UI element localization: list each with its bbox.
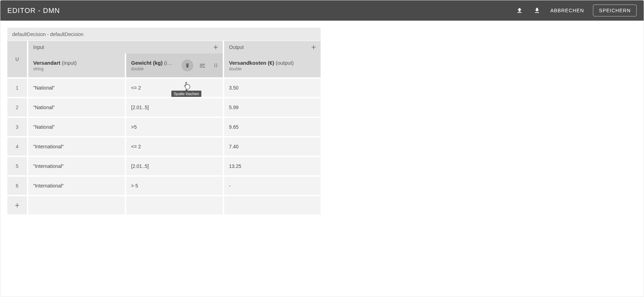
- svg-point-3: [216, 65, 217, 66]
- cell-gewicht[interactable]: [2.01..5]: [126, 157, 223, 175]
- download-icon[interactable]: [533, 6, 541, 15]
- table-row: 4"International"<= 27.40: [7, 137, 321, 156]
- column-header-versandkosten[interactable]: Versandkosten (€) (output) double: [224, 54, 321, 77]
- column-header-versandart[interactable]: Versandart (input) string: [28, 54, 125, 77]
- decision-table: Input Output U Versand: [7, 41, 321, 214]
- editor-title: EDITOR - DMN: [7, 7, 60, 15]
- cell-versandkosten[interactable]: 3.50: [224, 79, 321, 97]
- column-suffix: (input): [60, 60, 77, 66]
- edit-column-icon[interactable]: [198, 61, 207, 70]
- cell-gewicht[interactable]: [2.01..5]: [126, 98, 223, 116]
- column-actions: [181, 59, 220, 71]
- add-row: [7, 196, 321, 214]
- section-input-label: Input: [33, 44, 44, 50]
- column-name: Versandkosten (€): [229, 60, 274, 66]
- row-number[interactable]: 1: [7, 79, 27, 97]
- table-row: 3"National">59.65: [7, 118, 321, 136]
- delete-column-icon[interactable]: [181, 59, 193, 71]
- cell-gewicht[interactable]: <= 2: [126, 79, 223, 97]
- row-number[interactable]: 2: [7, 98, 27, 116]
- cell-versandart[interactable]: "National": [28, 98, 125, 116]
- row-number[interactable]: 6: [7, 177, 27, 195]
- cell-versandkosten[interactable]: 5.99: [224, 98, 321, 116]
- empty-cell: [126, 196, 223, 214]
- column-suffix: (i…: [163, 60, 172, 66]
- cell-versandkosten[interactable]: 13.25: [224, 157, 321, 175]
- section-headers-row: Input Output: [7, 41, 321, 54]
- upload-icon[interactable]: [515, 6, 524, 15]
- cell-versandart[interactable]: "National": [28, 79, 125, 97]
- add-output-column-icon[interactable]: [310, 44, 317, 51]
- cancel-button[interactable]: ABBRECHEN: [550, 8, 584, 13]
- svg-point-5: [216, 66, 217, 68]
- row-number[interactable]: 5: [7, 157, 27, 175]
- table-row: 1"National"<= 23.50: [7, 79, 321, 97]
- empty-cell: [224, 196, 321, 214]
- hit-policy-cell[interactable]: U: [7, 41, 27, 77]
- empty-cell: [28, 196, 125, 214]
- column-headers-row: U Versandart (input) string Gewicht (kg)…: [7, 54, 321, 77]
- svg-point-4: [214, 66, 215, 68]
- cell-versandart[interactable]: "National": [28, 118, 125, 136]
- cell-versandart[interactable]: "International": [28, 137, 125, 156]
- cell-gewicht[interactable]: <= 2: [126, 137, 223, 156]
- cell-versandkosten[interactable]: 7.40: [224, 137, 321, 156]
- column-type: double: [229, 66, 294, 71]
- column-type: double: [131, 66, 172, 71]
- cell-gewicht[interactable]: >5: [126, 118, 223, 136]
- cell-versandkosten[interactable]: 9.65: [224, 118, 321, 136]
- cell-versandart[interactable]: "International": [28, 177, 125, 195]
- add-input-column-icon[interactable]: [212, 44, 219, 51]
- cell-versandart[interactable]: "International": [28, 157, 125, 175]
- table-row: 2"National"[2.01..5]5.99: [7, 98, 321, 116]
- row-number[interactable]: 3: [7, 118, 27, 136]
- svg-point-1: [216, 64, 217, 65]
- section-output: Output: [224, 41, 321, 54]
- row-number[interactable]: 4: [7, 137, 27, 156]
- table-row: 6"International"> 5-: [7, 177, 321, 195]
- decision-breadcrumb[interactable]: defaultDecision - defaultDecision: [7, 28, 321, 41]
- top-bar-actions: ABBRECHEN SPEICHERN: [515, 5, 637, 16]
- section-input: Input: [28, 41, 223, 54]
- save-button[interactable]: SPEICHERN: [593, 5, 637, 16]
- section-output-label: Output: [229, 44, 244, 50]
- svg-point-0: [214, 64, 215, 65]
- table-row: 5"International"[2.01..5]13.25: [7, 157, 321, 175]
- drag-column-icon[interactable]: [212, 61, 220, 70]
- dmn-panel: defaultDecision - defaultDecision Input …: [7, 28, 321, 214]
- workspace: defaultDecision - defaultDecision Input …: [0, 21, 644, 221]
- column-name: Gewicht (kg): [131, 60, 163, 66]
- cell-versandkosten[interactable]: -: [224, 177, 321, 195]
- svg-point-2: [214, 65, 215, 66]
- cell-gewicht[interactable]: > 5: [126, 177, 223, 195]
- column-suffix: (output): [274, 60, 294, 66]
- column-type: string: [33, 66, 77, 71]
- column-header-gewicht[interactable]: Gewicht (kg) (i… double: [126, 54, 223, 77]
- column-name: Versandart: [33, 60, 60, 66]
- add-row-button[interactable]: [7, 196, 27, 214]
- top-bar: EDITOR - DMN ABBRECHEN SPEICHERN: [0, 0, 644, 21]
